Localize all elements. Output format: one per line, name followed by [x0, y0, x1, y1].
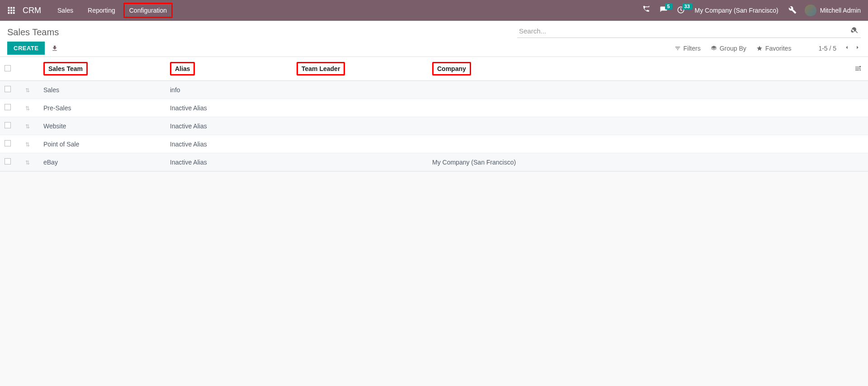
- control-panel: Sales Teams CREATE Filters Group By: [0, 21, 868, 57]
- cell-team-leader: [292, 99, 428, 117]
- cell-team-leader: [292, 135, 428, 153]
- row-select-cell: [0, 99, 21, 117]
- row-handle-cell: ⇅: [21, 81, 39, 99]
- cell-company: [428, 99, 850, 117]
- top-navbar: CRM Sales Reporting Configuration 5 33 M…: [0, 0, 868, 21]
- svg-point-11: [859, 66, 861, 67]
- table-row[interactable]: ⇅WebsiteInactive Alias: [0, 117, 868, 135]
- layers-icon: [711, 45, 717, 52]
- favorites-label: Favorites: [765, 45, 792, 52]
- table-row[interactable]: ⇅Pre-SalesInactive Alias: [0, 99, 868, 117]
- cell-company: [428, 135, 850, 153]
- nav-reporting[interactable]: Reporting: [81, 2, 122, 19]
- col-alias[interactable]: Alias: [165, 57, 292, 81]
- cell-alias: Inactive Alias: [165, 153, 292, 171]
- cell-team-leader: [292, 117, 428, 135]
- row-handle-cell: ⇅: [21, 99, 39, 117]
- svg-rect-2: [13, 7, 15, 9]
- cell-alias: Inactive Alias: [165, 99, 292, 117]
- user-name: Mitchell Admin: [820, 7, 861, 14]
- col-select-all: [0, 57, 21, 81]
- cell-alias: info: [165, 81, 292, 99]
- user-menu[interactable]: Mitchell Admin: [805, 5, 861, 16]
- svg-rect-3: [8, 9, 10, 11]
- drag-handle-icon[interactable]: ⇅: [25, 123, 30, 130]
- row-select-cell: [0, 153, 21, 171]
- row-checkbox[interactable]: [5, 122, 11, 128]
- row-checkbox[interactable]: [5, 86, 11, 92]
- list-view: Sales Team Alias Team Leader Company ⇅Sa…: [0, 57, 868, 172]
- apps-icon[interactable]: [7, 6, 15, 14]
- search-area: [517, 24, 861, 38]
- table-row[interactable]: ⇅eBayInactive AliasMy Company (San Franc…: [0, 153, 868, 171]
- navbar-right: 5 33 My Company (San Francisco) Mitchell…: [639, 5, 861, 16]
- row-handle-cell: ⇅: [21, 117, 39, 135]
- app-brand[interactable]: CRM: [23, 6, 41, 15]
- groupby-menu[interactable]: Group By: [711, 45, 746, 52]
- voip-icon[interactable]: [642, 6, 651, 15]
- pager-next-icon[interactable]: [854, 44, 861, 51]
- cell-sales-team: Website: [39, 117, 165, 135]
- optional-fields-icon[interactable]: [854, 65, 862, 72]
- search-input[interactable]: [517, 24, 861, 38]
- table-row[interactable]: ⇅Point of SaleInactive Alias: [0, 135, 868, 153]
- col-team-leader[interactable]: Team Leader: [292, 57, 428, 81]
- import-icon[interactable]: [51, 45, 58, 52]
- cell-company: [428, 81, 850, 99]
- favorites-menu[interactable]: Favorites: [756, 45, 792, 52]
- cell-trailing: [850, 135, 868, 153]
- messages-badge: 5: [665, 3, 672, 9]
- user-avatar-icon: [805, 5, 816, 16]
- cell-trailing: [850, 81, 868, 99]
- drag-handle-icon[interactable]: ⇅: [25, 105, 30, 112]
- cell-team-leader: [292, 81, 428, 99]
- cell-company: My Company (San Francisco): [428, 153, 850, 171]
- cell-alias: Inactive Alias: [165, 135, 292, 153]
- drag-handle-icon[interactable]: ⇅: [25, 160, 30, 166]
- cell-sales-team: Sales: [39, 81, 165, 99]
- svg-point-10: [859, 69, 861, 71]
- cell-trailing: [850, 153, 868, 171]
- svg-rect-1: [10, 7, 12, 9]
- cell-sales-team: eBay: [39, 153, 165, 171]
- cell-trailing: [850, 117, 868, 135]
- drag-handle-icon[interactable]: ⇅: [25, 141, 30, 148]
- row-handle-cell: ⇅: [21, 135, 39, 153]
- cell-sales-team: Pre-Sales: [39, 99, 165, 117]
- col-sales-team[interactable]: Sales Team: [39, 57, 165, 81]
- star-icon: [756, 45, 763, 52]
- cell-trailing: [850, 99, 868, 117]
- drag-handle-icon[interactable]: ⇅: [25, 87, 30, 94]
- activities-icon[interactable]: 33: [677, 6, 685, 15]
- filters-menu[interactable]: Filters: [675, 45, 701, 52]
- col-company[interactable]: Company: [428, 57, 850, 81]
- messages-icon[interactable]: 5: [660, 6, 668, 15]
- row-select-cell: [0, 135, 21, 153]
- col-optional-fields: [850, 57, 868, 81]
- groupby-label: Group By: [720, 45, 746, 52]
- svg-rect-4: [10, 9, 12, 11]
- create-button[interactable]: CREATE: [7, 42, 45, 55]
- table-header-row: Sales Team Alias Team Leader Company: [0, 57, 868, 81]
- nav-sales[interactable]: Sales: [51, 2, 80, 19]
- debug-icon[interactable]: [788, 6, 797, 15]
- nav-configuration[interactable]: Configuration: [123, 3, 173, 18]
- table-row[interactable]: ⇅Salesinfo: [0, 81, 868, 99]
- row-checkbox[interactable]: [5, 140, 11, 146]
- filter-icon: [675, 45, 681, 52]
- row-checkbox[interactable]: [5, 158, 11, 165]
- search-icon[interactable]: [851, 26, 859, 34]
- company-switcher[interactable]: My Company (San Francisco): [695, 7, 778, 14]
- pager-text[interactable]: 1-5 / 5: [818, 45, 836, 52]
- select-all-checkbox[interactable]: [5, 65, 11, 71]
- cell-alias: Inactive Alias: [165, 117, 292, 135]
- pager: 1-5 / 5: [818, 44, 861, 52]
- row-handle-cell: ⇅: [21, 153, 39, 171]
- row-checkbox[interactable]: [5, 104, 11, 110]
- pager-prev-icon[interactable]: [844, 44, 850, 51]
- cell-company: [428, 117, 850, 135]
- svg-rect-6: [8, 12, 10, 14]
- activities-badge: 33: [682, 3, 692, 9]
- sales-teams-table: Sales Team Alias Team Leader Company ⇅Sa…: [0, 57, 868, 171]
- svg-rect-5: [13, 9, 15, 11]
